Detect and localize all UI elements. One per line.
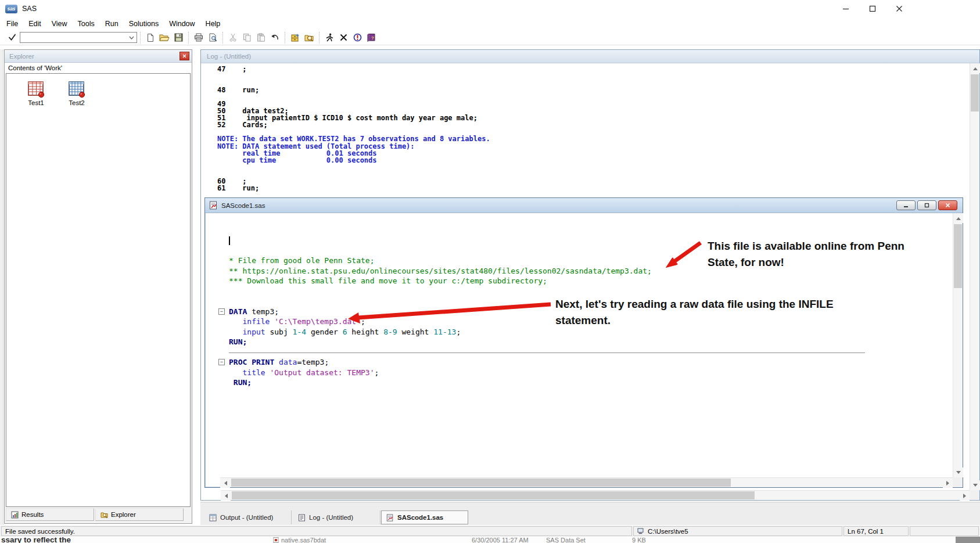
scroll-right-button[interactable]: [943, 478, 953, 488]
log-line: [217, 164, 969, 171]
explorer-titlebar: Explorer: [5, 50, 192, 63]
dataset-test1[interactable]: Test1: [19, 81, 53, 106]
scroll-up-button[interactable]: [970, 63, 980, 73]
status-path: C:\Users\tve5: [648, 528, 688, 535]
editor-window-titlebar[interactable]: SAScode1.sas: [205, 198, 963, 213]
scrollbar-thumb[interactable]: [232, 491, 755, 499]
log-horizontal-scrollbar[interactable]: [221, 490, 970, 500]
menubar: File Edit View Tools Run Solutions Windo…: [0, 17, 980, 30]
log-vertical-scrollbar[interactable]: [970, 63, 979, 490]
menu-run[interactable]: Run: [100, 19, 124, 29]
copy-button[interactable]: [240, 31, 254, 44]
explorer-content[interactable]: Test1 Test2: [6, 73, 191, 507]
dataset-test2[interactable]: Test2: [60, 81, 94, 106]
explorer-close-button[interactable]: [180, 52, 189, 60]
log-line: 51 input patientID $ ICD10 $ cost month …: [217, 114, 969, 121]
scrollbar-corner: [970, 490, 979, 500]
scroll-down-button[interactable]: [953, 468, 963, 477]
break-button[interactable]: [350, 31, 364, 44]
editor-restore-button[interactable]: [917, 200, 936, 210]
log-line: 60 ;: [217, 178, 969, 185]
toolbar-separator: [222, 32, 223, 44]
editor-vertical-scrollbar[interactable]: [953, 213, 963, 477]
toolbar-separator: [188, 32, 189, 44]
undo-button[interactable]: [268, 31, 282, 44]
explorer-panel: Explorer Contents of 'Work' Test1: [4, 49, 192, 524]
menu-tools[interactable]: Tools: [73, 19, 100, 29]
toolbar-separator: [285, 32, 285, 44]
background-date: 6/30/2005 11:27 AM: [472, 537, 529, 543]
scroll-left-button[interactable]: [220, 478, 230, 488]
status-message: File saved successfully.: [5, 528, 75, 535]
editor-close-button[interactable]: [938, 200, 957, 210]
clear-all-button[interactable]: [336, 31, 350, 44]
cut-button[interactable]: [226, 31, 240, 44]
menu-help[interactable]: Help: [200, 19, 226, 29]
print-preview-button[interactable]: [206, 31, 220, 44]
paste-button[interactable]: [254, 31, 268, 44]
chevron-down-icon[interactable]: [127, 33, 136, 42]
scrollbar-thumb[interactable]: [971, 74, 979, 112]
scroll-right-button[interactable]: [960, 491, 970, 501]
log-window-title: Log - (Untitled): [207, 53, 251, 60]
tab-log[interactable]: Log - (Untitled): [293, 510, 380, 524]
log-line: [217, 80, 969, 87]
log-line: 52 Cards;: [217, 121, 969, 128]
submit-button[interactable]: [322, 31, 336, 44]
editor-minimize-button[interactable]: [896, 200, 916, 210]
tab-output-label: Output - (Untitled): [220, 514, 273, 521]
help-book-button[interactable]: ?: [364, 31, 378, 44]
tab-explorer[interactable]: Explorer: [95, 508, 184, 521]
scrollbar-thumb[interactable]: [954, 224, 962, 288]
svg-text:?: ?: [371, 35, 374, 40]
new-file-button[interactable]: [143, 31, 157, 44]
menu-window[interactable]: Window: [164, 19, 200, 29]
close-button[interactable]: [886, 0, 913, 17]
toolbar-separator: [319, 32, 320, 44]
annotation-penn-state: This file is available online from Penn …: [708, 238, 931, 270]
scrollbar-thumb[interactable]: [231, 479, 731, 487]
log-line: [217, 171, 969, 178]
log-line: NOTE: The data set WORK.TEST2 has 7 obse…: [217, 135, 969, 142]
scroll-up-button[interactable]: [953, 213, 963, 223]
tab-sascode-label: SAScode1.sas: [397, 514, 443, 521]
editor-line: *** Download this small file and move it…: [206, 276, 952, 286]
scroll-left-button[interactable]: [221, 491, 231, 501]
collapse-section-icon[interactable]: −: [218, 359, 225, 365]
titlebar: sas SAS: [0, 0, 980, 17]
dataset-label: Test1: [28, 99, 44, 106]
status-position: Ln 67, Col 1: [848, 528, 884, 535]
background-file-item: native.sas7bdat: [273, 537, 326, 543]
editor-line: [206, 347, 952, 358]
window-bar: Output - (Untitled) Log - (Untitled) SAS…: [200, 502, 980, 525]
tab-sascode[interactable]: SAScode1.sas: [381, 510, 468, 524]
menu-solutions[interactable]: Solutions: [124, 19, 164, 29]
computer-icon: [637, 528, 645, 534]
editor-window-title: SAScode1.sas: [221, 202, 265, 209]
log-line: NOTE: DATA statement used (Total process…: [217, 143, 969, 150]
menu-view[interactable]: View: [46, 19, 73, 29]
save-button[interactable]: [171, 31, 185, 44]
tab-output[interactable]: Output - (Untitled): [204, 510, 292, 524]
status-path-cell: C:\Users\tve5: [633, 526, 842, 536]
collapse-section-icon[interactable]: −: [218, 308, 225, 315]
log-icon: [298, 514, 306, 522]
log-line: 47 ;: [217, 66, 969, 73]
print-button[interactable]: [192, 31, 206, 44]
tab-explorer-label: Explorer: [111, 511, 136, 518]
explorer-button[interactable]: [302, 31, 316, 44]
log-window-titlebar[interactable]: Log - (Untitled): [201, 50, 979, 63]
menu-edit[interactable]: Edit: [23, 19, 46, 29]
command-input[interactable]: [20, 32, 137, 43]
check-icon[interactable]: [8, 33, 16, 43]
scrollbar-corner: [953, 477, 963, 487]
maximize-button[interactable]: [859, 0, 886, 17]
new-library-button[interactable]: [288, 31, 302, 44]
scroll-down-button[interactable]: [970, 480, 980, 490]
menu-file[interactable]: File: [1, 19, 23, 29]
open-button[interactable]: [157, 31, 171, 44]
background-window-strip: ssary to reflect the native.sas7bdat 6/3…: [0, 537, 980, 543]
minimize-button[interactable]: [832, 0, 859, 17]
tab-results[interactable]: Results: [6, 508, 94, 521]
editor-horizontal-scrollbar[interactable]: [220, 477, 953, 487]
